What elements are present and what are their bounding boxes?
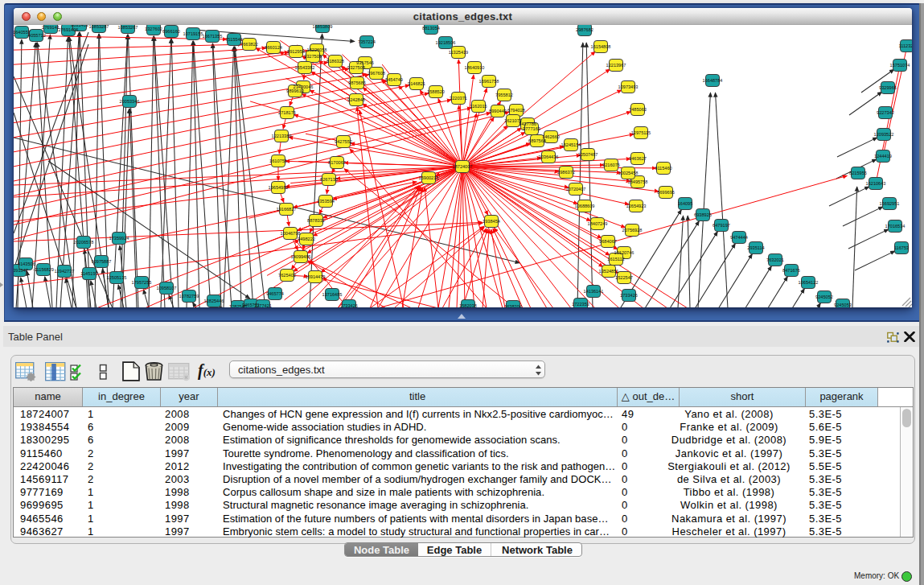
svg-text:10853267: 10853267 [118, 25, 138, 30]
svg-text:9216076: 9216076 [602, 163, 620, 167]
svg-text:7357224: 7357224 [358, 39, 376, 44]
svg-text:9463627: 9463627 [629, 156, 647, 161]
svg-text:15692951: 15692951 [880, 201, 900, 206]
svg-text:18495758: 18495758 [628, 179, 648, 184]
svg-text:-4055712: -4055712 [27, 33, 46, 38]
svg-text:2935114: 2935114 [747, 245, 764, 250]
svg-text:16853809: 16853809 [313, 25, 333, 29]
svg-text:8660124: 8660124 [265, 45, 282, 50]
svg-text:1615112: 1615112 [607, 257, 624, 262]
svg-text:10688609: 10688609 [575, 204, 595, 208]
svg-text:6897568: 6897568 [528, 138, 546, 143]
svg-text:20364436: 20364436 [539, 154, 559, 159]
svg-text:10782759: 10782759 [179, 294, 199, 299]
svg-text:9245052: 9245052 [815, 295, 833, 299]
svg-text:18640910: 18640910 [465, 65, 485, 70]
svg-text:9327509: 9327509 [304, 54, 322, 59]
svg-text:116753: 116753 [894, 245, 909, 250]
svg-text:6479197: 6479197 [713, 223, 730, 228]
svg-text:16543382: 16543382 [295, 65, 315, 70]
svg-text:8912954: 8912954 [287, 49, 305, 54]
svg-text:7632021: 7632021 [766, 257, 784, 262]
svg-text:10025458: 10025458 [618, 171, 639, 175]
svg-text:1588520: 1588520 [427, 89, 445, 94]
svg-text:16245154: 16245154 [561, 142, 581, 147]
svg-text:16210643: 16210643 [866, 181, 886, 186]
svg-text:1582038: 1582038 [459, 303, 477, 307]
svg-text:20206578: 20206578 [74, 240, 94, 245]
svg-text:2987682: 2987682 [576, 27, 593, 32]
svg-text:9242848: 9242848 [347, 97, 365, 102]
svg-text:20756928: 20756928 [622, 228, 643, 233]
svg-text:8267130: 8267130 [320, 177, 338, 182]
svg-text:9327508: 9327508 [347, 65, 365, 70]
svg-text:10120746: 10120746 [614, 250, 634, 255]
svg-text:9465774: 9465774 [266, 291, 284, 296]
svg-text:19218506: 19218506 [436, 40, 456, 45]
svg-text:1733426: 1733426 [340, 303, 358, 307]
svg-text:9684067: 9684067 [599, 239, 617, 244]
svg-text:9474444: 9474444 [730, 235, 748, 240]
svg-text:7955812: 7955812 [495, 93, 513, 97]
svg-text:10958107: 10958107 [157, 286, 177, 290]
svg-text:2986372: 2986372 [557, 170, 575, 175]
svg-text:9899613: 9899613 [286, 89, 304, 93]
svg-text:1610755: 1610755 [269, 159, 287, 163]
svg-text:9498222: 9498222 [298, 237, 315, 241]
svg-text:12093522: 12093522 [874, 132, 894, 137]
svg-text:17957255: 17957255 [132, 280, 152, 285]
svg-text:19166827: 19166827 [277, 207, 297, 212]
svg-text:15751074: 15751074 [890, 63, 910, 68]
svg-text:12942737: 12942737 [55, 269, 75, 274]
svg-text:8471676: 8471676 [782, 268, 800, 273]
svg-text:2967608: 2967608 [368, 71, 385, 76]
svg-text:9875685: 9875685 [348, 80, 366, 85]
svg-text:8454749: 8454749 [385, 77, 403, 82]
svg-text:7485063: 7485063 [629, 107, 647, 112]
svg-text:12654923: 12654923 [626, 204, 647, 208]
svg-text:8186328: 8186328 [326, 59, 344, 64]
svg-text:1522547: 1522547 [615, 275, 633, 280]
svg-text:1327602: 1327602 [145, 27, 162, 31]
svg-text:6938925: 6938925 [694, 212, 712, 217]
svg-text:8215955: 8215955 [849, 171, 867, 175]
svg-text:1353594: 1353594 [317, 199, 335, 204]
svg-text:20053346: 20053346 [120, 99, 140, 104]
svg-text:10719155: 10719155 [183, 31, 203, 36]
svg-text:-11156829: -11156829 [33, 267, 54, 272]
svg-text:1391547: 1391547 [14, 268, 28, 273]
svg-text:18724007: 18724007 [453, 164, 473, 169]
svg-text:2769141: 2769141 [42, 25, 60, 30]
svg-text:14099485: 14099485 [291, 254, 311, 259]
svg-text:13716485: 13716485 [322, 292, 343, 297]
svg-text:90975887: 90975887 [92, 259, 112, 264]
svg-text:6794028: 6794028 [507, 108, 525, 113]
svg-text:15900215: 15900215 [419, 175, 439, 180]
svg-text:8878332: 8878332 [307, 218, 325, 223]
svg-text:3277421: 3277421 [254, 303, 272, 307]
svg-text:8170067: 8170067 [328, 160, 346, 165]
svg-text:9115460: 9115460 [655, 166, 671, 171]
svg-text:1244419: 1244419 [874, 154, 892, 159]
svg-text:9245053: 9245053 [834, 303, 852, 307]
svg-text:19654982: 19654982 [269, 185, 289, 190]
svg-text:10507487: 10507487 [578, 152, 598, 157]
svg-text:17359924: 17359924 [109, 236, 129, 241]
svg-text:10720407: 10720407 [566, 187, 586, 192]
svg-text:9146821: 9146821 [408, 81, 425, 86]
svg-text:7663822: 7663822 [240, 42, 258, 47]
svg-text:9777169: 9777169 [523, 126, 540, 131]
svg-text:18407249: 18407249 [588, 221, 608, 226]
svg-text:6966160: 6966160 [162, 29, 180, 34]
svg-text:13524851: 13524851 [599, 269, 619, 274]
svg-text:14136141: 14136141 [584, 289, 604, 294]
svg-text:8813054: 8813054 [422, 26, 440, 31]
svg-text:9329966: 9329966 [879, 85, 897, 90]
svg-text:7625402: 7625402 [278, 273, 296, 278]
svg-text:10046798: 10046798 [281, 231, 301, 236]
svg-text:8990443: 8990443 [489, 109, 507, 113]
svg-text:164095: 164095 [678, 201, 693, 206]
svg-text:1638204: 1638204 [504, 304, 522, 307]
svg-text:16154808: 16154808 [591, 44, 611, 49]
svg-text:10853287: 10853287 [89, 25, 109, 29]
